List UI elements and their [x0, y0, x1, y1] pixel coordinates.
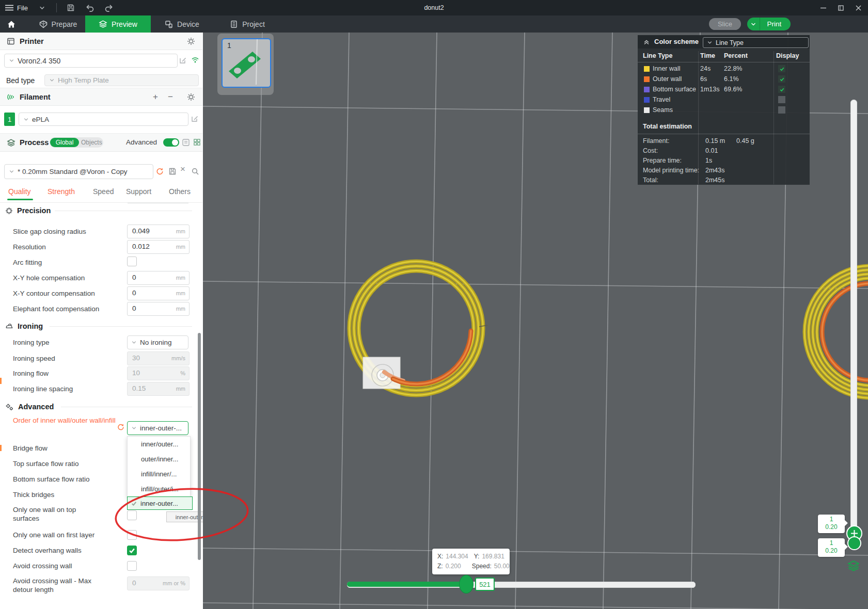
plate-thumbnail[interactable]: 1: [222, 38, 271, 88]
order-of-walls-select[interactable]: inner-outer-...: [127, 421, 188, 435]
printer-preset-select[interactable]: Voron2.4 350: [4, 54, 178, 68]
dropdown-option[interactable]: outer/inner...: [128, 452, 190, 467]
only-one-wall-first-layer-checkbox[interactable]: [127, 530, 137, 540]
printer-edit-icon[interactable]: [179, 56, 187, 65]
moves-slider-handle[interactable]: [459, 575, 474, 594]
tab-preview[interactable]: Preview: [85, 15, 151, 33]
ironing-type-select[interactable]: No ironing: [127, 335, 188, 349]
settings-sidebar: Printer Voron2.4 350 Bed type High Temp …: [0, 33, 203, 609]
layer-slider-handle[interactable]: [847, 536, 861, 550]
ironing-speed-input[interactable]: 30mm/s: [127, 351, 190, 365]
max-detour-length-input[interactable]: 0mm or %: [127, 576, 190, 590]
slice-gap-input[interactable]: 0.049mm: [127, 225, 190, 238]
save-icon[interactable]: [67, 0, 75, 15]
file-menu[interactable]: File: [17, 4, 28, 12]
objects-grid-icon[interactable]: [193, 138, 201, 146]
reset-preset-icon[interactable]: [155, 167, 164, 175]
layer-slider-track[interactable]: [850, 100, 857, 546]
layers-icon[interactable]: [847, 560, 860, 571]
display-checkbox[interactable]: [778, 96, 785, 103]
setting-label: X-Y contour compensation: [13, 289, 95, 298]
reset-setting-icon[interactable]: [117, 423, 124, 431]
display-checkbox[interactable]: [778, 86, 785, 93]
panel-title: Color scheme: [654, 38, 699, 45]
display-checkbox[interactable]: [778, 65, 785, 72]
title-bar: File donut2: [0, 0, 868, 15]
xy-hole-compensation-input[interactable]: 0mm: [127, 271, 190, 285]
scope-global-button[interactable]: Global: [50, 138, 79, 147]
line-type-percent: 6.1%: [724, 75, 739, 83]
add-filament-button[interactable]: +: [153, 92, 158, 101]
undo-icon[interactable]: [86, 0, 94, 15]
detect-overhang-walls-checkbox[interactable]: [127, 546, 137, 555]
slice-button[interactable]: Slice: [709, 18, 741, 30]
tab-prepare[interactable]: Prepare: [31, 15, 85, 33]
resolution-input[interactable]: 0.012mm: [127, 240, 190, 254]
maximize-button[interactable]: [832, 0, 849, 15]
chevron-down-icon: [707, 40, 713, 45]
setting-label: Avoid crossing wall: [13, 562, 72, 570]
parameter-list-icon[interactable]: [182, 138, 190, 147]
process-preset-select[interactable]: * 0.20mm Standard @Voron - Copy: [4, 164, 153, 179]
advanced-group-header: Advanced: [5, 403, 54, 411]
tab-device[interactable]: Device: [155, 15, 209, 33]
divider: [698, 51, 699, 184]
dropdown-option[interactable]: infill/outer/i...: [128, 482, 190, 496]
group-rule: [50, 326, 192, 327]
advanced-toggle[interactable]: [163, 138, 179, 147]
filament-settings-gear-icon[interactable]: [187, 93, 195, 101]
display-checkbox[interactable]: [778, 75, 785, 83]
save-preset-icon[interactable]: [168, 167, 177, 175]
elephant-foot-compensation-input[interactable]: 0mm: [127, 302, 190, 316]
redo-icon[interactable]: [104, 0, 113, 15]
dropdown-option[interactable]: infill/inner/...: [128, 467, 190, 482]
second-donut-toolpath: [804, 266, 868, 398]
display-checkbox[interactable]: [778, 106, 785, 114]
sidebar-scrollbar[interactable]: [198, 333, 201, 560]
color-scheme-select[interactable]: Line Type: [703, 37, 809, 48]
only-one-wall-top-checkbox[interactable]: [127, 510, 137, 520]
ironing-line-spacing-input[interactable]: 0.15mm: [127, 382, 190, 396]
ironing-flow-input[interactable]: 10%: [127, 366, 190, 380]
setting-label: Only one wall on first layer: [13, 531, 132, 539]
dropdown-option-selected[interactable]: inner-outer...: [127, 496, 193, 510]
col-line-type: Line Type: [643, 52, 672, 59]
modified-marker: [0, 445, 2, 451]
remove-filament-button[interactable]: −: [168, 92, 173, 101]
precision-group-header: Precision: [5, 206, 51, 215]
print-dropdown-chevron-icon[interactable]: [747, 18, 760, 30]
plate-preview-image: [223, 39, 268, 85]
collapse-panel-icon[interactable]: [643, 38, 650, 45]
avoid-crossing-wall-checkbox[interactable]: [127, 561, 137, 571]
home-button[interactable]: [1, 15, 22, 33]
file-menu-chevron-icon[interactable]: [39, 0, 45, 15]
tab-others[interactable]: Others: [169, 187, 191, 196]
search-icon[interactable]: [191, 167, 199, 175]
minimize-button[interactable]: [814, 0, 832, 15]
gcode-preview-viewport[interactable]: 1 Color scheme Line Type Line Type Time …: [203, 33, 868, 609]
scope-objects-button[interactable]: Objects: [81, 139, 102, 146]
line-type-name: Bottom surface: [653, 86, 696, 93]
chevron-down-icon: [49, 77, 55, 83]
device-icon: [165, 20, 173, 28]
print-button[interactable]: Print: [747, 18, 791, 30]
filament-edit-icon[interactable]: [191, 115, 199, 123]
tab-quality[interactable]: Quality: [8, 187, 31, 196]
close-button[interactable]: [849, 0, 867, 15]
tab-speed[interactable]: Speed: [93, 187, 114, 196]
advanced-gears-icon: [5, 403, 14, 411]
delete-preset-icon[interactable]: ×: [180, 164, 185, 174]
tab-project[interactable]: Project: [221, 15, 274, 33]
main-menu-hamburger-icon[interactable]: [5, 0, 13, 15]
printer-icon: [7, 37, 15, 45]
filament-slot-badge: 1: [4, 113, 15, 126]
tab-strength[interactable]: Strength: [48, 187, 75, 196]
filament-select[interactable]: ePLA: [19, 113, 188, 126]
xy-contour-compensation-input[interactable]: 0mm: [127, 286, 190, 300]
bed-type-select[interactable]: High Temp Plate: [44, 74, 199, 86]
toggle-knob: [172, 139, 178, 146]
arc-fitting-checkbox[interactable]: [127, 257, 137, 266]
tab-support[interactable]: Support: [126, 187, 151, 196]
dropdown-option[interactable]: inner/outer...: [128, 437, 190, 452]
printer-settings-gear-icon[interactable]: [187, 37, 195, 45]
